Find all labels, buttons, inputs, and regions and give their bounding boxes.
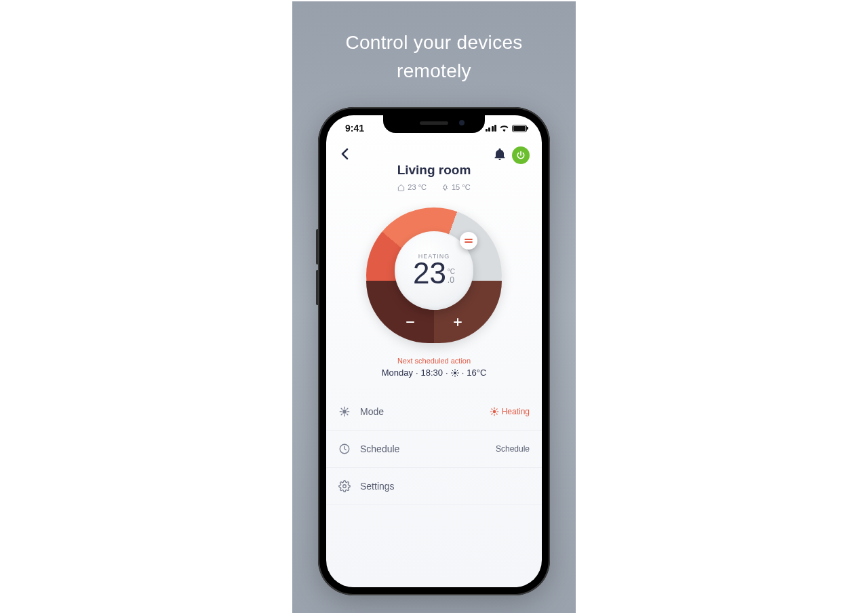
- notifications-button[interactable]: [494, 148, 505, 163]
- settings-label: Settings: [360, 481, 395, 492]
- temp-decimal: .0: [448, 275, 454, 285]
- next-action-label: Next scheduled action: [326, 357, 542, 365]
- phone-screen: 9:41: [326, 115, 542, 587]
- promo-panel: Control your devices remotely 9:41: [292, 1, 576, 613]
- indoor-temp: 23 °C: [397, 183, 427, 191]
- temperature-dial[interactable]: HEATING 23 °C .0: [366, 207, 502, 343]
- clock-icon: [338, 443, 351, 455]
- increase-temp-button[interactable]: [448, 312, 468, 332]
- mode-value: Heating: [490, 407, 530, 416]
- svg-line-18: [496, 409, 497, 410]
- heating-icon: [490, 407, 499, 416]
- svg-point-0: [454, 372, 456, 374]
- menu-row-schedule[interactable]: Schedule Schedule: [326, 431, 542, 468]
- wifi-icon: [499, 125, 509, 132]
- minus-icon: [406, 317, 415, 327]
- gear-icon: [338, 480, 351, 492]
- temp-unit: °C: [448, 268, 455, 275]
- mode-label: Mode: [360, 406, 384, 417]
- sun-icon: [451, 369, 459, 377]
- back-button[interactable]: [338, 144, 351, 167]
- cellular-icon: [486, 125, 497, 132]
- svg-point-10: [492, 410, 496, 414]
- dial-temperature: 23 °C .0: [413, 258, 455, 288]
- svg-line-17: [491, 414, 492, 414]
- battery-icon: [512, 125, 527, 132]
- svg-line-4: [457, 374, 458, 375]
- decrease-temp-button[interactable]: [400, 312, 420, 332]
- phone-notch: [383, 115, 485, 133]
- outdoor-temp: 15 °C: [441, 183, 471, 191]
- promo-title-line1: Control your devices: [345, 32, 522, 53]
- svg-line-3: [452, 370, 453, 371]
- status-time: 9:41: [345, 123, 364, 134]
- room-header: Living room 23 °C 15 °C: [326, 163, 542, 191]
- dial-handle[interactable]: [460, 232, 477, 250]
- room-temps: 23 °C 15 °C: [326, 183, 542, 191]
- schedule-value: Schedule: [496, 444, 530, 454]
- menu-row-settings[interactable]: Settings: [326, 468, 542, 505]
- menu-list: Mode Heating Schedule Schedule: [326, 393, 542, 505]
- svg-line-16: [496, 414, 497, 414]
- menu-row-mode[interactable]: Mode Heating: [326, 393, 542, 431]
- promo-title-line2: remotely: [397, 60, 471, 81]
- status-icons: [486, 125, 528, 132]
- top-nav: [326, 144, 542, 167]
- mode-icon: [338, 406, 351, 418]
- svg-line-7: [452, 374, 453, 375]
- temp-integer: 23: [413, 258, 446, 288]
- next-action-detail: Monday · 18:30 · · 16°C: [382, 368, 487, 378]
- schedule-label: Schedule: [360, 443, 399, 454]
- phone-frame: 9:41: [318, 107, 550, 595]
- power-button[interactable]: [512, 146, 530, 164]
- svg-line-8: [457, 370, 458, 371]
- home-icon: [397, 184, 405, 191]
- next-scheduled-action: Next scheduled action Monday · 18:30 · ·…: [326, 357, 542, 378]
- promo-title: Control your devices remotely: [292, 28, 576, 85]
- svg-point-20: [343, 485, 347, 488]
- svg-line-15: [491, 409, 492, 410]
- plus-icon: [453, 317, 462, 327]
- power-icon: [516, 151, 526, 160]
- svg-point-9: [343, 410, 347, 414]
- handle-icon: [465, 238, 473, 243]
- tree-icon: [441, 184, 449, 191]
- chevron-left-icon: [341, 148, 349, 160]
- bell-icon: [494, 148, 505, 160]
